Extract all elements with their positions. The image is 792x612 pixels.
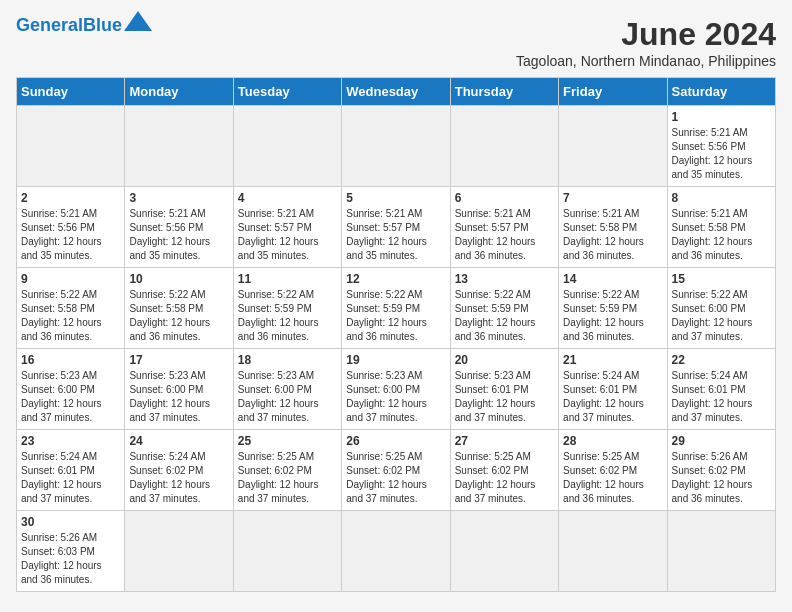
calendar-title: June 2024 (516, 16, 776, 53)
day-cell (342, 106, 450, 187)
header-row: SundayMondayTuesdayWednesdayThursdayFrid… (17, 78, 776, 106)
day-number: 9 (21, 272, 120, 286)
day-info: Sunrise: 5:21 AMSunset: 5:58 PMDaylight:… (563, 207, 662, 263)
day-cell (125, 511, 233, 592)
logo-icon (124, 11, 152, 31)
logo-area: GeneralBlue (16, 16, 152, 36)
day-info: Sunrise: 5:23 AMSunset: 6:00 PMDaylight:… (21, 369, 120, 425)
day-info: Sunrise: 5:22 AMSunset: 5:59 PMDaylight:… (563, 288, 662, 344)
day-number: 14 (563, 272, 662, 286)
day-cell (450, 106, 558, 187)
day-number: 2 (21, 191, 120, 205)
day-info: Sunrise: 5:25 AMSunset: 6:02 PMDaylight:… (563, 450, 662, 506)
day-number: 10 (129, 272, 228, 286)
day-number: 7 (563, 191, 662, 205)
day-cell: 13Sunrise: 5:22 AMSunset: 5:59 PMDayligh… (450, 268, 558, 349)
day-cell: 4Sunrise: 5:21 AMSunset: 5:57 PMDaylight… (233, 187, 341, 268)
day-number: 19 (346, 353, 445, 367)
day-cell: 14Sunrise: 5:22 AMSunset: 5:59 PMDayligh… (559, 268, 667, 349)
day-info: Sunrise: 5:22 AMSunset: 6:00 PMDaylight:… (672, 288, 771, 344)
col-header-sunday: Sunday (17, 78, 125, 106)
col-header-tuesday: Tuesday (233, 78, 341, 106)
header: GeneralBlue June 2024 Tagoloan, Northern… (16, 16, 776, 69)
day-number: 4 (238, 191, 337, 205)
day-info: Sunrise: 5:21 AMSunset: 5:57 PMDaylight:… (238, 207, 337, 263)
day-cell: 24Sunrise: 5:24 AMSunset: 6:02 PMDayligh… (125, 430, 233, 511)
week-row-5: 30Sunrise: 5:26 AMSunset: 6:03 PMDayligh… (17, 511, 776, 592)
day-info: Sunrise: 5:22 AMSunset: 5:58 PMDaylight:… (21, 288, 120, 344)
day-cell: 18Sunrise: 5:23 AMSunset: 6:00 PMDayligh… (233, 349, 341, 430)
day-info: Sunrise: 5:24 AMSunset: 6:02 PMDaylight:… (129, 450, 228, 506)
day-number: 22 (672, 353, 771, 367)
day-info: Sunrise: 5:24 AMSunset: 6:01 PMDaylight:… (672, 369, 771, 425)
day-cell: 17Sunrise: 5:23 AMSunset: 6:00 PMDayligh… (125, 349, 233, 430)
day-info: Sunrise: 5:22 AMSunset: 5:59 PMDaylight:… (346, 288, 445, 344)
day-cell (559, 511, 667, 592)
day-number: 27 (455, 434, 554, 448)
day-number: 20 (455, 353, 554, 367)
day-info: Sunrise: 5:21 AMSunset: 5:58 PMDaylight:… (672, 207, 771, 263)
day-cell: 22Sunrise: 5:24 AMSunset: 6:01 PMDayligh… (667, 349, 775, 430)
day-cell: 3Sunrise: 5:21 AMSunset: 5:56 PMDaylight… (125, 187, 233, 268)
day-info: Sunrise: 5:25 AMSunset: 6:02 PMDaylight:… (346, 450, 445, 506)
day-cell (17, 106, 125, 187)
calendar-subtitle: Tagoloan, Northern Mindanao, Philippines (516, 53, 776, 69)
week-row-1: 2Sunrise: 5:21 AMSunset: 5:56 PMDaylight… (17, 187, 776, 268)
day-number: 29 (672, 434, 771, 448)
col-header-wednesday: Wednesday (342, 78, 450, 106)
day-number: 25 (238, 434, 337, 448)
day-cell: 7Sunrise: 5:21 AMSunset: 5:58 PMDaylight… (559, 187, 667, 268)
day-number: 8 (672, 191, 771, 205)
day-info: Sunrise: 5:24 AMSunset: 6:01 PMDaylight:… (21, 450, 120, 506)
day-cell: 28Sunrise: 5:25 AMSunset: 6:02 PMDayligh… (559, 430, 667, 511)
day-info: Sunrise: 5:21 AMSunset: 5:56 PMDaylight:… (672, 126, 771, 182)
logo-text: GeneralBlue (16, 16, 122, 36)
day-info: Sunrise: 5:26 AMSunset: 6:03 PMDaylight:… (21, 531, 120, 587)
day-cell: 19Sunrise: 5:23 AMSunset: 6:00 PMDayligh… (342, 349, 450, 430)
col-header-saturday: Saturday (667, 78, 775, 106)
day-info: Sunrise: 5:23 AMSunset: 6:01 PMDaylight:… (455, 369, 554, 425)
day-number: 5 (346, 191, 445, 205)
day-info: Sunrise: 5:21 AMSunset: 5:56 PMDaylight:… (21, 207, 120, 263)
day-number: 15 (672, 272, 771, 286)
day-cell: 6Sunrise: 5:21 AMSunset: 5:57 PMDaylight… (450, 187, 558, 268)
title-area: June 2024 Tagoloan, Northern Mindanao, P… (516, 16, 776, 69)
day-info: Sunrise: 5:21 AMSunset: 5:57 PMDaylight:… (346, 207, 445, 263)
day-number: 17 (129, 353, 228, 367)
day-cell: 20Sunrise: 5:23 AMSunset: 6:01 PMDayligh… (450, 349, 558, 430)
day-cell: 26Sunrise: 5:25 AMSunset: 6:02 PMDayligh… (342, 430, 450, 511)
day-number: 24 (129, 434, 228, 448)
day-cell: 27Sunrise: 5:25 AMSunset: 6:02 PMDayligh… (450, 430, 558, 511)
day-number: 11 (238, 272, 337, 286)
day-number: 18 (238, 353, 337, 367)
logo-general: General (16, 15, 83, 35)
day-info: Sunrise: 5:23 AMSunset: 6:00 PMDaylight:… (129, 369, 228, 425)
day-cell: 23Sunrise: 5:24 AMSunset: 6:01 PMDayligh… (17, 430, 125, 511)
day-cell: 25Sunrise: 5:25 AMSunset: 6:02 PMDayligh… (233, 430, 341, 511)
day-cell (667, 511, 775, 592)
day-info: Sunrise: 5:25 AMSunset: 6:02 PMDaylight:… (455, 450, 554, 506)
day-cell: 8Sunrise: 5:21 AMSunset: 5:58 PMDaylight… (667, 187, 775, 268)
day-cell (559, 106, 667, 187)
svg-marker-0 (124, 11, 152, 31)
day-cell: 12Sunrise: 5:22 AMSunset: 5:59 PMDayligh… (342, 268, 450, 349)
day-cell: 9Sunrise: 5:22 AMSunset: 5:58 PMDaylight… (17, 268, 125, 349)
day-cell: 5Sunrise: 5:21 AMSunset: 5:57 PMDaylight… (342, 187, 450, 268)
week-row-2: 9Sunrise: 5:22 AMSunset: 5:58 PMDaylight… (17, 268, 776, 349)
day-number: 23 (21, 434, 120, 448)
day-info: Sunrise: 5:23 AMSunset: 6:00 PMDaylight:… (346, 369, 445, 425)
logo-blue: Blue (83, 15, 122, 35)
day-info: Sunrise: 5:21 AMSunset: 5:57 PMDaylight:… (455, 207, 554, 263)
day-cell (450, 511, 558, 592)
day-number: 30 (21, 515, 120, 529)
day-number: 28 (563, 434, 662, 448)
day-cell: 30Sunrise: 5:26 AMSunset: 6:03 PMDayligh… (17, 511, 125, 592)
day-info: Sunrise: 5:22 AMSunset: 5:59 PMDaylight:… (238, 288, 337, 344)
calendar-table: SundayMondayTuesdayWednesdayThursdayFrid… (16, 77, 776, 592)
day-cell: 2Sunrise: 5:21 AMSunset: 5:56 PMDaylight… (17, 187, 125, 268)
day-info: Sunrise: 5:21 AMSunset: 5:56 PMDaylight:… (129, 207, 228, 263)
day-number: 16 (21, 353, 120, 367)
week-row-0: 1Sunrise: 5:21 AMSunset: 5:56 PMDaylight… (17, 106, 776, 187)
day-cell (125, 106, 233, 187)
day-info: Sunrise: 5:23 AMSunset: 6:00 PMDaylight:… (238, 369, 337, 425)
